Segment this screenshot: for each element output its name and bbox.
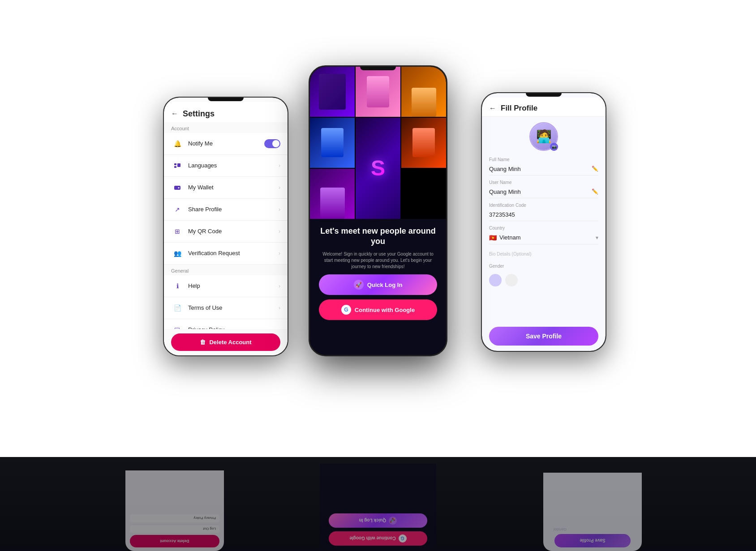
phone-notch-center [360,67,396,70]
share-label: Share Profile [188,206,274,213]
refl-google-btn: G Continue with Google [329,531,427,546]
notify-icon: 🔔 [171,137,184,150]
id-code-field: Identification Code 37235345 [489,203,598,221]
delete-label: Delete Account [209,339,251,346]
privacy-icon: 🛡 [171,324,184,329]
rocket-icon: 🚀 [354,280,364,290]
right-phone-reflection: Save Profile Gender [543,473,642,551]
refl-logout-item: Log Out [130,525,219,533]
settings-back-arrow[interactable]: ← [171,110,178,118]
profile-header: ← Fill Profile [482,98,606,117]
grid-image-7 [310,169,355,219]
settings-item-terms[interactable]: 📄 Terms of Use › [164,297,288,319]
avatar-wrap: 🧑‍💻 📷 [529,122,558,151]
wallet-arrow: › [279,184,280,191]
share-arrow: › [279,206,280,213]
settings-screen: ← Settings Account 🔔 Notify Me [164,98,288,355]
terms-arrow: › [279,305,280,311]
main-scene: Delete Account Log Out Privacy Policy G … [0,0,756,551]
profile-footer: Save Profile [482,323,606,351]
full-name-value: Quang Minh [489,166,521,172]
share-icon: ↗ [171,203,184,216]
refl-save-btn: Save Profile [554,534,631,547]
dropdown-arrow-icon: ▾ [596,235,598,241]
settings-item-share[interactable]: ↗ Share Profile › [164,199,288,221]
settings-item-privacy[interactable]: 🛡 Privacy Policy › [164,319,288,329]
settings-item-wallet[interactable]: My Wallet › [164,177,288,199]
settings-item-languages[interactable]: Languages › [164,155,288,177]
qr-icon: ⊞ [171,225,184,238]
settings-item-qr[interactable]: ⊞ My QR Code › [164,221,288,243]
country-select[interactable]: 🇻🇳 Vietnam ▾ [489,231,598,244]
help-label: Help [188,282,274,289]
svg-rect-3 [174,186,180,190]
profile-back-arrow[interactable]: ← [489,104,496,112]
languages-arrow: › [279,162,280,169]
full-name-label: Full Name [489,157,598,162]
login-tagline: Let's meet new people around you [319,226,437,247]
phone-settings: ← Settings Account 🔔 Notify Me [163,97,288,356]
notify-toggle[interactable] [264,139,280,148]
qr-label: My QR Code [188,228,274,235]
login-subtitle: Welcome! Sign in quickly or use your Goo… [319,251,437,270]
id-code-label: Identification Code [489,203,598,208]
notify-label: Notify Me [188,140,260,147]
settings-header: ← Settings [164,102,288,122]
phone-fill-profile: ← Fill Profile 🧑‍💻 📷 [481,92,606,352]
gender-option-1[interactable] [489,274,502,286]
refl-google-icon: G [399,534,407,542]
languages-icon [171,159,184,172]
grid-image-3 [401,67,446,117]
qr-arrow: › [279,228,280,235]
id-code-value-row: 37235345 [489,209,598,221]
user-name-value-row: Quang Minh ✏️ [489,186,598,198]
login-content: Let's meet new people around you Welcome… [310,219,446,355]
country-label: Country [489,226,598,231]
user-name-edit-icon[interactable]: ✏️ [592,188,598,195]
wallet-label: My Wallet [188,184,274,191]
save-profile-button[interactable]: Save Profile [489,327,598,346]
left-phone-reflection: Delete Account Log Out Privacy Policy [125,470,224,551]
phone-notch-left [208,98,244,101]
google-login-button[interactable]: G Continue with Google [319,299,437,320]
quick-login-button[interactable]: 🚀 Quick Log In [319,274,437,295]
verify-icon: 👥 [171,247,184,260]
settings-item-verify[interactable]: 👥 Verification Request › [164,243,288,265]
languages-label: Languages [188,162,274,169]
terms-icon: 📄 [171,302,184,314]
help-icon: ℹ [171,280,184,292]
grid-image-5-logo: S [356,118,400,219]
camera-icon[interactable]: 📷 [550,143,558,151]
avatar-section: 🧑‍💻 📷 [489,122,598,151]
full-name-edit-icon[interactable]: ✏️ [592,166,598,172]
profile-body: 🧑‍💻 📷 Full Name Quang Minh ✏️ [482,117,606,323]
phone-notch-right [526,93,562,97]
delete-account-button[interactable]: 🗑 Delete Account [171,333,280,351]
id-code-value: 37235345 [489,211,515,218]
settings-item-help[interactable]: ℹ Help › [164,275,288,297]
settings-item-notify[interactable]: 🔔 Notify Me [164,133,288,155]
svg-rect-2 [177,163,180,167]
refl-gender-label: Gender [553,527,567,532]
general-section-label: General [164,265,288,275]
svg-rect-1 [174,166,176,168]
login-screen: S [310,67,446,355]
country-field: Country 🇻🇳 Vietnam ▾ [489,226,598,244]
phones-group: ← Settings Account 🔔 Notify Me [176,74,580,477]
quick-login-label: Quick Log In [367,282,403,288]
phone-login: S [309,65,447,356]
refl-quick-btn: 🚀 Quick Log In [329,513,427,528]
country-name: Vietnam [499,234,520,241]
verify-arrow: › [279,250,280,256]
settings-footer: 🗑 Delete Account [164,329,288,355]
user-name-label: User Name [489,180,598,185]
gender-option-2[interactable] [505,274,518,286]
fill-profile-screen: ← Fill Profile 🧑‍💻 📷 [482,93,606,351]
login-images-grid: S [310,67,446,219]
grid-image-6 [401,118,446,168]
svg-point-4 [178,187,180,188]
gender-label: Gender [489,262,598,269]
refl-delete-btn: Delete Account [130,535,219,547]
delete-icon: 🗑 [200,339,206,346]
gender-options [489,274,598,286]
